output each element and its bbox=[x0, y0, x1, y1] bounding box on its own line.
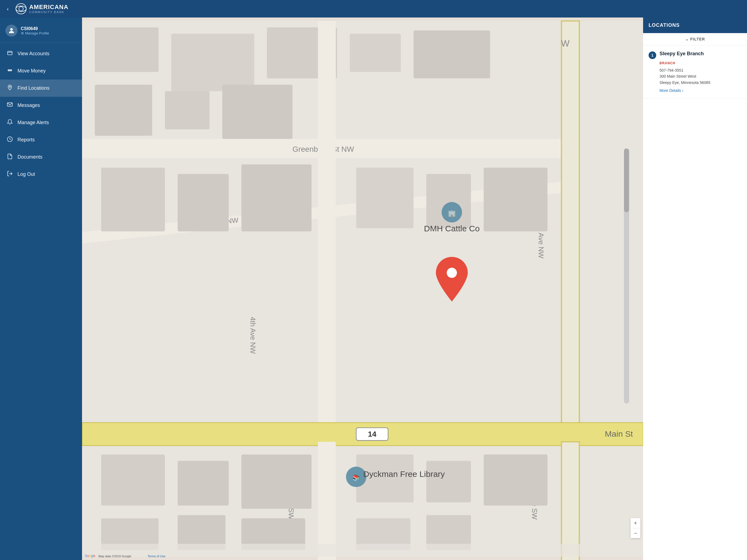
location-address: 507-794-3551 300 Main Street West Sleepy… bbox=[660, 67, 742, 85]
svg-point-9 bbox=[9, 86, 11, 87]
logo-sub-text: COMMUNITY BANK bbox=[29, 10, 68, 14]
sidebar-item-view-accounts[interactable]: View Accounts bbox=[0, 45, 82, 62]
sidebar-item-label: Documents bbox=[18, 154, 42, 160]
sidebar-item-label: Move Money bbox=[18, 68, 46, 74]
location-address-line1: 300 Main Street West bbox=[660, 73, 742, 79]
sidebar-item-move-money[interactable]: Move Money bbox=[0, 62, 82, 80]
svg-rect-34 bbox=[178, 174, 229, 231]
sidebar-item-documents[interactable]: Documents bbox=[0, 149, 82, 166]
sidebar-item-label: Reports bbox=[18, 137, 35, 143]
location-header: 1 Sleepy Eye Branch bbox=[649, 51, 742, 59]
svg-rect-30 bbox=[562, 21, 579, 442]
sidebar-item-label: Log Out bbox=[18, 172, 35, 177]
location-name: Sleepy Eye Branch bbox=[660, 51, 704, 57]
locations-header: LOCATIONS bbox=[643, 18, 747, 33]
map-data-label: Map data ©2019 Google bbox=[98, 555, 131, 558]
location-card: 1 Sleepy Eye Branch BRANCH 507-794-3551 … bbox=[643, 45, 747, 98]
svg-rect-4 bbox=[8, 51, 12, 55]
view-accounts-icon bbox=[6, 50, 13, 57]
manage-profile-link[interactable]: ⚙ Manage Profile bbox=[21, 31, 49, 35]
location-phone: 507-794-3551 bbox=[660, 67, 742, 73]
svg-rect-33 bbox=[101, 168, 165, 231]
sidebar: CSI0649 ⚙ Manage Profile View Accounts M… bbox=[0, 18, 82, 560]
main-layout: CSI0649 ⚙ Manage Profile View Accounts M… bbox=[0, 18, 747, 560]
filter-bar[interactable]: ⌄ FILTER bbox=[643, 33, 747, 45]
back-button[interactable]: ‹ bbox=[5, 4, 10, 14]
more-details-link[interactable]: More Details › bbox=[660, 88, 742, 93]
sidebar-item-label: Manage Alerts bbox=[18, 120, 49, 126]
locations-panel: LOCATIONS ⌄ FILTER 1 Sleepy Eye Branch B… bbox=[643, 18, 747, 560]
svg-rect-20 bbox=[414, 31, 490, 78]
google-logo: Google bbox=[85, 554, 96, 558]
sidebar-item-reports[interactable]: Reports bbox=[0, 131, 82, 149]
terms-of-use-link[interactable]: Terms of Use bbox=[148, 555, 165, 558]
sidebar-item-manage-alerts[interactable]: Manage Alerts bbox=[0, 114, 82, 131]
sidebar-item-find-locations[interactable]: Find Locations bbox=[0, 80, 82, 97]
user-id: CSI0649 bbox=[21, 26, 49, 31]
svg-text:Main St: Main St bbox=[605, 429, 633, 438]
app-header: ‹ AMERICANA COMMUNITY BANK bbox=[0, 0, 747, 18]
avatar bbox=[5, 25, 18, 36]
zoom-out-button[interactable]: − bbox=[630, 528, 640, 538]
svg-rect-16 bbox=[95, 27, 159, 72]
svg-rect-19 bbox=[350, 34, 401, 72]
svg-point-1 bbox=[19, 6, 23, 11]
locations-list: 1 Sleepy Eye Branch BRANCH 507-794-3551 … bbox=[643, 45, 747, 98]
reports-icon bbox=[6, 136, 13, 144]
user-info: CSI0649 ⚙ Manage Profile bbox=[21, 26, 49, 35]
messages-icon bbox=[6, 102, 13, 109]
svg-rect-53 bbox=[241, 455, 312, 509]
svg-rect-67 bbox=[82, 544, 643, 557]
user-section: CSI0649 ⚙ Manage Profile bbox=[0, 20, 82, 42]
logo-text: AMERICANA COMMUNITY BANK bbox=[29, 4, 68, 14]
svg-text:Dyckman Free Library: Dyckman Free Library bbox=[363, 469, 445, 479]
nav-menu: View Accounts Move Money Find Locations … bbox=[0, 45, 82, 183]
move-money-icon bbox=[6, 67, 13, 75]
svg-rect-38 bbox=[484, 168, 547, 231]
svg-rect-35 bbox=[241, 164, 312, 231]
sidebar-item-log-out[interactable]: Log Out bbox=[0, 166, 82, 183]
svg-rect-49 bbox=[562, 442, 579, 560]
chevron-right-icon: › bbox=[682, 88, 684, 93]
svg-line-13 bbox=[10, 139, 11, 140]
sidebar-item-messages[interactable]: Messages bbox=[0, 97, 82, 114]
location-address-line2: Sleepy Eye, Minnesota 56085 bbox=[660, 80, 742, 85]
zoom-in-button[interactable]: + bbox=[630, 518, 640, 528]
svg-rect-51 bbox=[101, 455, 165, 506]
svg-text:14: 14 bbox=[368, 430, 377, 438]
sidebar-item-label: Find Locations bbox=[18, 85, 50, 91]
svg-text:DMH Cattle Co: DMH Cattle Co bbox=[424, 224, 480, 233]
svg-text:📚: 📚 bbox=[352, 474, 360, 482]
svg-point-0 bbox=[16, 4, 26, 14]
svg-rect-17 bbox=[171, 34, 254, 91]
svg-text:W: W bbox=[561, 38, 570, 48]
svg-point-3 bbox=[10, 28, 12, 31]
svg-rect-36 bbox=[356, 168, 414, 228]
svg-rect-66 bbox=[624, 149, 629, 212]
logo-main-text: AMERICANA bbox=[29, 4, 68, 10]
manage-alerts-icon bbox=[6, 119, 13, 126]
map-zoom-controls: + − bbox=[630, 518, 640, 538]
gear-icon: ⚙ bbox=[21, 31, 24, 35]
log-out-icon bbox=[6, 171, 13, 178]
sidebar-item-label: Messages bbox=[18, 103, 40, 108]
logo-icon bbox=[16, 3, 27, 14]
content-area: Greenback St NW t Ave NW 4th Ave NW 3rd … bbox=[82, 18, 747, 560]
svg-rect-47 bbox=[318, 442, 336, 560]
location-type: BRANCH bbox=[660, 61, 742, 65]
map-container: Greenback St NW t Ave NW 4th Ave NW 3rd … bbox=[82, 18, 643, 560]
svg-rect-28 bbox=[318, 21, 336, 442]
svg-text:🏢: 🏢 bbox=[448, 209, 456, 217]
location-number: 1 bbox=[649, 51, 656, 59]
brand-logo: AMERICANA COMMUNITY BANK bbox=[16, 3, 68, 14]
filter-label: FILTER bbox=[690, 37, 705, 41]
svg-rect-55 bbox=[426, 461, 471, 503]
svg-rect-22 bbox=[165, 91, 209, 129]
find-locations-icon bbox=[6, 84, 13, 92]
documents-icon bbox=[6, 153, 13, 161]
chevron-down-icon: ⌄ bbox=[685, 37, 689, 41]
svg-rect-23 bbox=[222, 85, 292, 139]
svg-text:4th Ave NW: 4th Ave NW bbox=[249, 317, 257, 354]
svg-rect-52 bbox=[178, 461, 229, 506]
svg-rect-56 bbox=[484, 455, 547, 506]
